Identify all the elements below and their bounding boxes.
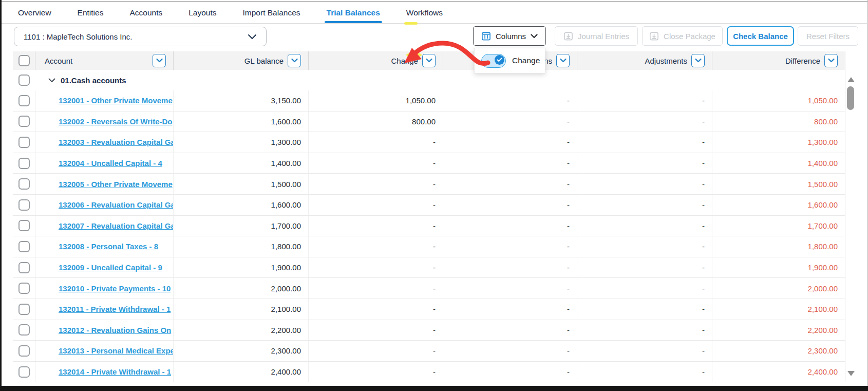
row-checkbox[interactable] [18,158,30,169]
row-checkbox[interactable] [18,345,30,357]
transactions-cell: - [443,132,577,153]
transactions-cell: - [443,174,577,194]
close-package-label: Close Package [664,32,715,41]
account-link[interactable]: 132006 - Revaluation Capital Ga [59,200,173,209]
account-cell: 132007 - Revaluation Capital Ga [35,216,173,236]
close-package-button[interactable]: Close Package [642,26,723,46]
column-header-difference[interactable]: Difference [712,51,845,70]
columns-button[interactable]: Columns [473,26,546,46]
row-checkbox[interactable] [18,220,30,231]
scrollbar-thumb[interactable] [847,86,854,110]
row-checkbox[interactable] [18,366,30,378]
account-cell: 132011 - Private Withdrawal - 1 [35,299,173,320]
window-bottom-border [0,386,868,391]
table-row: 132013 - Personal Medical Expe 2,300.00 … [13,341,845,362]
account-link[interactable]: 132004 - Uncalled Capital - 4 [59,159,162,167]
row-checkbox[interactable] [18,95,30,106]
account-link[interactable]: 132010 - Private Payments - 10 [59,284,171,293]
row-checkbox-cell [13,341,35,361]
difference-cell: 1,700.00 [712,216,845,236]
account-link[interactable]: 132007 - Revaluation Capital Ga [59,221,173,230]
account-link[interactable]: 132009 - Uncalled Capital - 9 [59,263,162,272]
table-row: 132006 - Revaluation Capital Ga 1,600.00… [13,195,845,216]
entity-select[interactable]: 1101 : MapleTech Solutions Inc. [14,27,267,46]
account-link[interactable]: 132008 - Personal Taxes - 8 [59,242,158,251]
change-cell: - [308,257,443,278]
difference-cell: 2,000.00 [712,278,845,299]
account-cell: 132001 - Other Private Moveme [35,90,173,111]
tab-workflows[interactable]: Workflows [406,8,443,17]
tab-trial-balances[interactable]: Trial Balances [327,8,380,17]
column-header-account[interactable]: Account [35,51,173,70]
chevron-down-icon [248,34,257,40]
column-header-gl-balance[interactable]: GL balance [173,51,308,70]
table-row: 132009 - Uncalled Capital - 9 1,900.00 -… [13,257,845,278]
gl-balance-cell: 1,900.00 [173,257,308,278]
row-checkbox-cell [13,216,35,236]
collapse-chevron-icon[interactable] [48,78,55,83]
tab-label: Accounts [129,8,162,17]
journal-entries-button[interactable]: Journal Entries [555,26,638,46]
gl-balance-cell: 1,300.00 [173,132,308,153]
row-checkbox-cell [13,362,35,382]
adjustments-cell: - [577,362,712,382]
table-row: 132001 - Other Private Moveme 3,150.00 1… [13,90,845,111]
account-cell: 132004 - Uncalled Capital - 4 [35,153,173,174]
row-checkbox[interactable] [18,137,30,148]
row-checkbox[interactable] [18,241,30,252]
column-header-adjustments[interactable]: Adjustments [577,51,712,70]
account-link[interactable]: 132014 - Private Withdrawal - 1 [59,367,171,376]
scrollbar-down-button[interactable] [847,371,855,376]
column-filter-icon[interactable] [288,54,301,67]
select-all-checkbox[interactable] [18,55,30,66]
change-cell: - [308,320,443,341]
reset-filters-button[interactable]: Reset Filters [798,26,858,46]
table-row: 132007 - Revaluation Capital Ga 1,700.00… [13,216,845,237]
tab-layouts[interactable]: Layouts [188,8,216,17]
tab-overview[interactable]: Overview [18,8,51,17]
row-checkbox[interactable] [18,324,30,336]
difference-cell: 1,900.00 [712,257,845,278]
table-row: 132010 - Private Payments - 10 2,000.00 … [13,278,845,299]
row-checkbox[interactable] [18,304,30,315]
row-checkbox[interactable] [18,116,30,127]
account-link[interactable]: 132003 - Revaluation Capital Ga [59,138,173,146]
check-balance-button[interactable]: Check Balance [727,26,794,46]
column-filter-icon[interactable] [824,54,838,67]
account-link[interactable]: 132011 - Private Withdrawal - 1 [59,305,171,313]
vertical-scrollbar[interactable] [846,51,856,382]
row-checkbox[interactable] [18,283,30,294]
change-column-toggle[interactable] [481,54,506,68]
gl-balance-cell: 1,400.00 [173,153,308,174]
row-checkbox[interactable] [18,199,30,211]
scrollbar-up-button[interactable] [847,77,855,82]
account-cell: 132014 - Private Withdrawal - 1 [35,362,173,382]
adjustments-cell: - [577,299,712,320]
account-link[interactable]: 132001 - Other Private Moveme [59,96,173,105]
gl-balance-cell: 1,600.00 [173,111,308,132]
tab-entities[interactable]: Entities [78,8,104,17]
account-link[interactable]: 132013 - Personal Medical Expe [59,346,173,355]
column-filter-icon[interactable] [153,54,166,67]
account-link[interactable]: 132002 - Reversals Of Write-Do [59,117,173,126]
difference-cell: 2,400.00 [712,362,845,382]
difference-cell: 1,050.00 [712,90,845,111]
group-label: 01.Cash accounts [61,76,126,85]
group-checkbox[interactable] [18,75,30,86]
column-header-change[interactable]: Change [308,51,443,70]
row-checkbox[interactable] [18,178,30,190]
tab-import-balances[interactable]: Import Balances [243,8,300,17]
difference-cell: 1,500.00 [712,174,845,194]
account-link[interactable]: 132005 - Other Private Moveme [59,180,173,189]
column-filter-icon[interactable] [422,54,436,67]
change-cell: - [308,216,443,236]
transactions-cell: - [443,278,577,299]
account-link[interactable]: 132012 - Revaluation Gains On [59,326,171,334]
row-checkbox-cell [13,320,35,341]
row-checkbox[interactable] [18,262,30,273]
column-filter-icon[interactable] [556,54,570,67]
tab-accounts[interactable]: Accounts [129,8,162,17]
table-right-edge [845,51,845,382]
difference-cell: 2,100.00 [712,299,845,320]
column-filter-icon[interactable] [691,54,705,67]
